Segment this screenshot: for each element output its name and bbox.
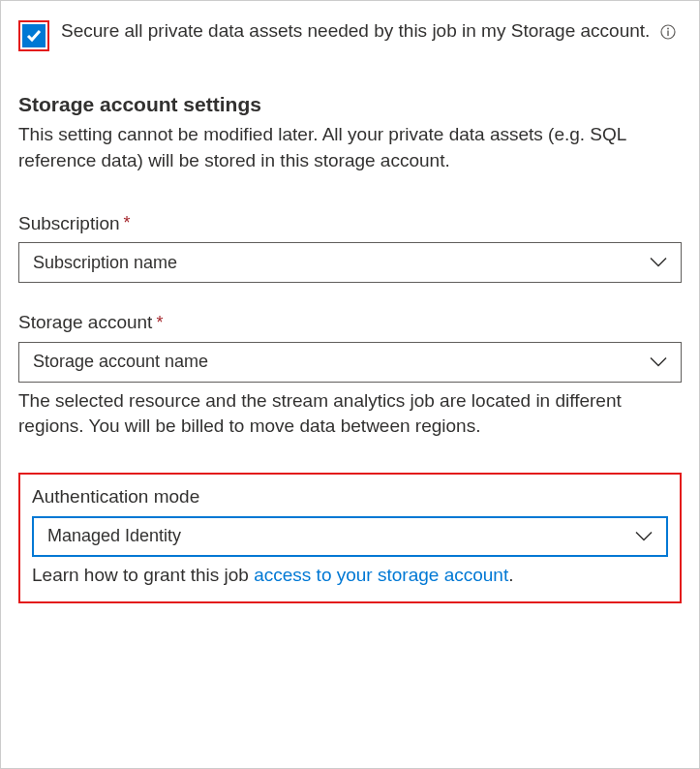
checkbox-highlight-frame — [18, 20, 49, 51]
storage-account-field: Storage account * Storage account name T… — [18, 310, 682, 440]
auth-mode-highlight-frame: Authentication mode Managed Identity Lea… — [18, 473, 682, 603]
subscription-field: Subscription * Subscription name — [18, 211, 682, 284]
auth-mode-value: Managed Identity — [47, 524, 181, 548]
svg-point-1 — [667, 28, 669, 30]
storage-account-label: Storage account * — [18, 310, 682, 336]
storage-account-select[interactable]: Storage account name — [18, 342, 682, 383]
auth-mode-learn-text: Learn how to grant this job access to yo… — [32, 563, 668, 589]
secure-assets-checkbox[interactable] — [22, 24, 46, 47]
auth-mode-select[interactable]: Managed Identity — [32, 516, 668, 557]
subscription-label-text: Subscription — [18, 211, 120, 237]
storage-account-helper: The selected resource and the stream ana… — [18, 388, 682, 440]
subscription-select[interactable]: Subscription name — [18, 242, 682, 283]
chevron-down-icon — [650, 251, 667, 275]
learn-prefix: Learn how to grant this job — [32, 565, 254, 585]
subscription-label: Subscription * — [18, 211, 682, 237]
learn-suffix: . — [508, 565, 513, 585]
chevron-down-icon — [650, 350, 667, 374]
secure-assets-label: Secure all private data assets needed by… — [61, 16, 650, 41]
chevron-down-icon — [635, 524, 653, 548]
check-icon — [26, 28, 42, 44]
storage-account-label-text: Storage account — [18, 310, 152, 336]
storage-access-link[interactable]: access to your storage account — [254, 565, 508, 585]
storage-settings-title: Storage account settings — [18, 90, 682, 118]
storage-account-value: Storage account name — [33, 350, 208, 374]
subscription-value: Subscription name — [33, 251, 177, 275]
storage-settings-description: This setting cannot be modified later. A… — [18, 122, 682, 173]
required-asterisk: * — [124, 211, 131, 235]
required-asterisk: * — [156, 311, 163, 335]
info-icon[interactable] — [660, 24, 676, 40]
auth-mode-label: Authentication mode — [32, 484, 668, 510]
secure-assets-row: Secure all private data assets needed by… — [18, 18, 682, 51]
svg-rect-2 — [668, 31, 669, 37]
